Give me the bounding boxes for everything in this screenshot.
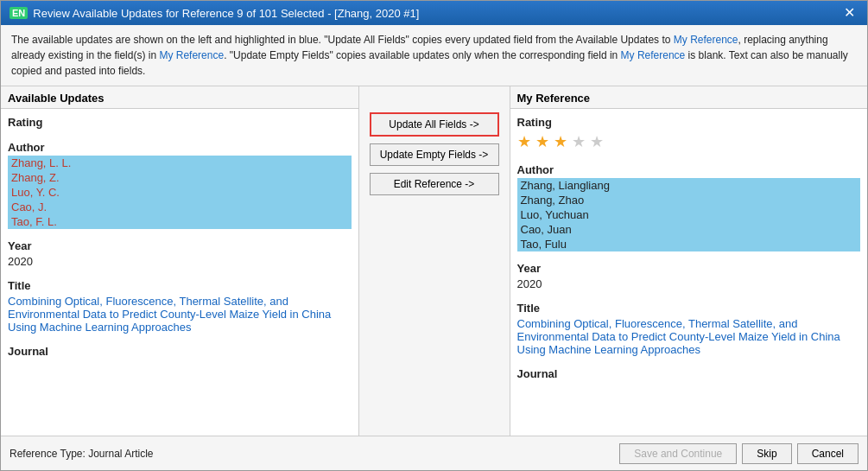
my-reference-scroll[interactable]: Rating ★ ★ ★ ★ ★ Author Zhang, Lianglian… xyxy=(510,109,868,436)
right-journal-label: Journal xyxy=(517,364,861,382)
cancel-button[interactable]: Cancel xyxy=(797,443,858,464)
left-authors-list: Zhang, L. L. Zhang, Z. Luo, Y. C. Cao, J… xyxy=(8,156,352,229)
right-author-2: Zhang, Zhao xyxy=(517,193,861,207)
right-rating-section: Rating ★ ★ ★ ★ ★ xyxy=(510,109,868,156)
star-4: ★ xyxy=(572,133,586,150)
star-2: ★ xyxy=(535,133,549,150)
right-rating-label: Rating xyxy=(517,112,861,130)
left-author-4: Cao, J. xyxy=(8,200,352,214)
right-author-4: Cao, Juan xyxy=(517,222,861,237)
highlight-myref-1: My Reference xyxy=(674,34,738,46)
save-and-continue-button[interactable]: Save and Continue xyxy=(619,443,737,464)
right-authors-list: Zhang, Liangliang Zhang, Zhao Luo, Yuchu… xyxy=(517,178,861,251)
panel-my-reference: My Reference Rating ★ ★ ★ ★ ★ Author Zha… xyxy=(510,86,868,436)
left-author-2: Zhang, Z. xyxy=(8,170,352,185)
right-author-1: Zhang, Liangliang xyxy=(517,178,861,193)
left-year-label: Year xyxy=(8,236,352,254)
highlight-myref-3: My Reference xyxy=(621,49,686,61)
right-year-section: Year 2020 xyxy=(510,255,868,295)
right-year-label: Year xyxy=(517,258,861,277)
star-1: ★ xyxy=(517,133,531,150)
right-author-3: Luo, Yuchuan xyxy=(517,207,861,222)
close-button[interactable]: ✕ xyxy=(840,6,858,20)
available-updates-header: Available Updates xyxy=(1,86,358,109)
right-author-5: Tao, Fulu xyxy=(517,237,861,251)
dialog: EN Review Available Updates for Referenc… xyxy=(0,0,868,471)
right-author-label: Author xyxy=(517,160,861,178)
footer-buttons: Save and Continue Skip Cancel xyxy=(619,443,858,464)
right-title-label: Title xyxy=(517,298,861,316)
update-all-fields-button[interactable]: Update All Fields -> xyxy=(370,112,499,137)
title-bar-left: EN Review Available Updates for Referenc… xyxy=(10,7,419,20)
panel-middle: Update All Fields -> Update Empty Fields… xyxy=(359,86,510,436)
highlight-myref-2: My Reference xyxy=(159,49,224,61)
description: The available updates are shown on the l… xyxy=(1,25,867,86)
right-title-value: Combining Optical, Fluorescence, Thermal… xyxy=(517,316,861,357)
update-empty-fields-button[interactable]: Update Empty Fields -> xyxy=(370,143,499,166)
left-author-5: Tao, F. L. xyxy=(8,214,352,229)
footer: Reference Type: Journal Article Save and… xyxy=(1,436,867,470)
edit-reference-button[interactable]: Edit Reference -> xyxy=(370,173,499,195)
left-author-1: Zhang, L. L. xyxy=(8,156,352,170)
reference-type: Reference Type: Journal Article xyxy=(10,448,154,460)
right-title-section: Title Combining Optical, Fluorescence, T… xyxy=(510,295,868,360)
available-updates-scroll[interactable]: Rating Author Zhang, L. L. Zhang, Z. Luo… xyxy=(1,109,358,436)
my-reference-header: My Reference xyxy=(510,86,868,109)
left-year-section: Year 2020 xyxy=(1,232,358,272)
star-5: ★ xyxy=(590,133,604,150)
left-author-section: Author Zhang, L. L. Zhang, Z. Luo, Y. C.… xyxy=(1,134,358,232)
left-rating-section: Rating xyxy=(1,109,358,134)
left-author-3: Luo, Y. C. xyxy=(8,185,352,200)
right-year-value: 2020 xyxy=(517,277,861,291)
left-title-label: Title xyxy=(8,276,352,294)
right-author-section: Author Zhang, Liangliang Zhang, Zhao Luo… xyxy=(510,156,868,255)
left-year-value: 2020 xyxy=(8,254,352,269)
skip-button[interactable]: Skip xyxy=(742,443,791,464)
left-title-value: Combining Optical, Fluorescence, Thermal… xyxy=(8,294,352,334)
left-rating-label: Rating xyxy=(8,112,352,130)
left-journal-section: Journal xyxy=(1,338,358,363)
app-icon: EN xyxy=(10,7,28,19)
right-journal-section: Journal xyxy=(510,360,868,385)
star-3: ★ xyxy=(554,133,567,150)
panel-available-updates: Available Updates Rating Author Zhang, L… xyxy=(1,86,359,436)
left-journal-label: Journal xyxy=(8,341,352,360)
content-area: Available Updates Rating Author Zhang, L… xyxy=(1,86,867,436)
right-rating-stars: ★ ★ ★ ★ ★ xyxy=(517,130,861,153)
title-bar-text: Review Available Updates for Reference 9… xyxy=(33,7,419,20)
left-author-label: Author xyxy=(8,137,352,156)
left-title-section: Title Combining Optical, Fluorescence, T… xyxy=(1,272,358,338)
title-bar: EN Review Available Updates for Referenc… xyxy=(1,1,867,25)
